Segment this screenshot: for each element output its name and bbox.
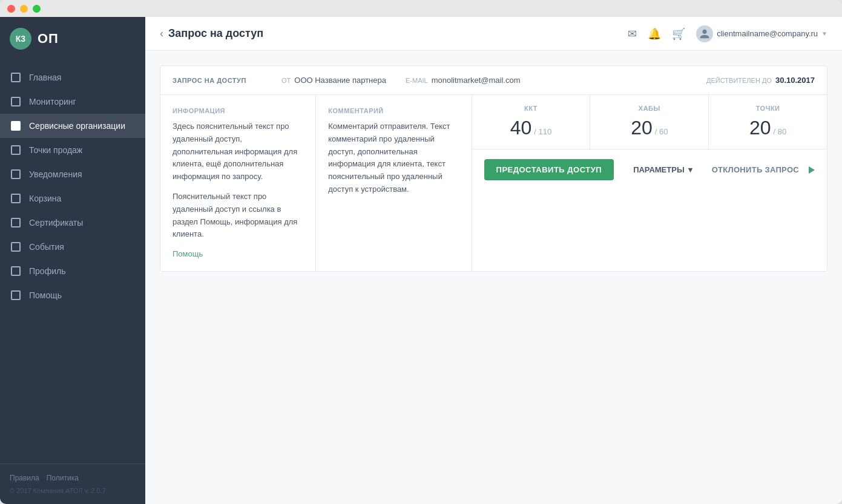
info-section-title: ИНФОРМАЦИЯ <box>173 107 303 114</box>
hubs-number: 20 <box>631 117 653 139</box>
kkt-number: 40 <box>510 117 532 139</box>
logo-text: ОП <box>38 31 59 47</box>
comment-section: КОММЕНТАРИЙ Комментарий отправителя. Тек… <box>316 95 472 271</box>
copyright: © 2017 Компания АТОЛ v. 2.0.7 <box>10 487 136 494</box>
sidebar: К3 ОП Главная Мониторинг Сервисные орган… <box>0 17 145 504</box>
sidebar-item-service-orgs[interactable]: Сервисные организации <box>0 114 145 138</box>
email-field: E-mail monolitmarket@mail.com <box>406 76 521 85</box>
from-field: От ООО Название партнера <box>281 76 386 85</box>
sidebar-item-main[interactable]: Главная <box>0 65 145 90</box>
stats-section: ККТ 40 / 110 ХАБЫ 20 <box>472 95 827 271</box>
hubs-total: / 60 <box>655 127 668 136</box>
points-number: 20 <box>749 117 771 139</box>
maximize-button[interactable] <box>33 5 41 13</box>
card-body: ИНФОРМАЦИЯ Здесь пояснительный текст про… <box>160 95 827 271</box>
close-button[interactable] <box>7 5 15 13</box>
info-text-1: Здесь пояснительный текст про удаленный … <box>173 120 303 183</box>
sidebar-item-notifications[interactable]: Уведомления <box>0 162 145 186</box>
points-value: 20 / 80 <box>721 117 815 139</box>
kkt-total: / 110 <box>534 127 551 136</box>
stats-actions: ПРЕДОСТАВИТЬ ДОСТУП ПАРАМЕТРЫ ▾ ОТКЛОНИТ… <box>472 149 827 190</box>
user-menu[interactable]: clientmailname@company.ru ▼ <box>696 25 827 42</box>
chevron-down-icon: ▾ <box>688 165 692 174</box>
sidebar-item-events[interactable]: События <box>0 235 145 259</box>
back-arrow-icon: ‹ <box>160 27 163 40</box>
kkt-value: 40 / 110 <box>484 117 578 139</box>
app-window: К3 ОП Главная Мониторинг Сервисные орган… <box>0 0 842 504</box>
back-button[interactable]: ‹ Запрос на доступ <box>160 27 263 40</box>
user-avatar-icon <box>696 25 713 42</box>
grant-access-button[interactable]: ПРЕДОСТАВИТЬ ДОСТУП <box>484 159 614 180</box>
hubs-value: 20 / 60 <box>602 117 696 139</box>
info-text-2: Пояснительный текст про удаленный доступ… <box>173 191 303 241</box>
cart-icon[interactable]: 🛒 <box>672 27 685 41</box>
sidebar-item-profile[interactable]: Профиль <box>0 259 145 283</box>
avatar: К3 <box>10 28 31 50</box>
sidebar-nav: Главная Мониторинг Сервисные организации… <box>0 61 145 463</box>
points-label: ТОЧКИ <box>721 105 815 112</box>
valid-field: Действителен до 30.10.2017 <box>706 76 815 85</box>
valid-label: Действителен до <box>706 77 772 84</box>
card-header: ЗАПРОС НА ДОСТУП От ООО Название партнер… <box>160 66 827 95</box>
rules-link[interactable]: Правила <box>10 474 39 482</box>
sidebar-item-help[interactable]: Помощь <box>0 283 145 307</box>
stat-points: ТОЧКИ 20 / 80 <box>709 95 827 149</box>
titlebar <box>0 0 842 17</box>
valid-value: 30.10.2017 <box>775 76 815 85</box>
page-title: Запрос на доступ <box>168 27 263 40</box>
topbar: ‹ Запрос на доступ ✉ 🔔 🛒 clientmailname@… <box>145 17 842 51</box>
policy-link[interactable]: Политика <box>47 474 79 482</box>
user-dropdown-icon: ▼ <box>821 30 827 37</box>
stats-row: ККТ 40 / 110 ХАБЫ 20 <box>472 95 827 149</box>
comment-text: Комментарий отправителя. Текст комментар… <box>328 120 459 196</box>
hubs-label: ХАБЫ <box>602 105 696 112</box>
from-label: От <box>281 77 291 84</box>
sidebar-item-monitoring[interactable]: Мониторинг <box>0 90 145 114</box>
email-label: E-mail <box>406 77 428 84</box>
info-section: ИНФОРМАЦИЯ Здесь пояснительный текст про… <box>160 95 316 271</box>
from-value: ООО Название партнера <box>294 76 386 85</box>
user-email: clientmailname@company.ru <box>717 29 818 38</box>
points-total: / 80 <box>774 127 787 136</box>
card-header-label: ЗАПРОС НА ДОСТУП <box>173 77 281 84</box>
email-value: monolitmarket@mail.com <box>432 76 521 85</box>
arrow-right-icon <box>809 166 815 174</box>
page-content: ЗАПРОС НА ДОСТУП От ООО Название партнер… <box>145 51 842 504</box>
sidebar-item-sales-points[interactable]: Точки продаж <box>0 138 145 162</box>
topbar-actions: ✉ 🔔 🛒 clientmailname@company.ru ▼ <box>628 25 827 42</box>
sidebar-item-certificates[interactable]: Сертификаты <box>0 211 145 235</box>
sidebar-item-cart[interactable]: Корзина <box>0 186 145 211</box>
stat-hubs: ХАБЫ 20 / 60 <box>590 95 709 149</box>
stat-kkt: ККТ 40 / 110 <box>472 95 591 149</box>
params-button[interactable]: ПАРАМЕТРЫ ▾ <box>623 159 702 180</box>
bell-icon[interactable]: 🔔 <box>648 27 661 41</box>
kkt-label: ККТ <box>484 105 578 112</box>
mail-icon[interactable]: ✉ <box>628 27 637 41</box>
reject-button[interactable]: ОТКЛОНИТЬ ЗАПРОС <box>712 159 799 180</box>
minimize-button[interactable] <box>20 5 28 13</box>
help-link[interactable]: Помощь <box>173 249 203 258</box>
sidebar-footer: Правила Политика © 2017 Компания АТОЛ v.… <box>0 463 145 504</box>
request-card: ЗАПРОС НА ДОСТУП От ООО Название партнер… <box>160 65 827 272</box>
comment-section-title: КОММЕНТАРИЙ <box>328 107 459 114</box>
sidebar-logo: К3 ОП <box>0 17 145 61</box>
main-content: ‹ Запрос на доступ ✉ 🔔 🛒 clientmailname@… <box>145 17 842 504</box>
